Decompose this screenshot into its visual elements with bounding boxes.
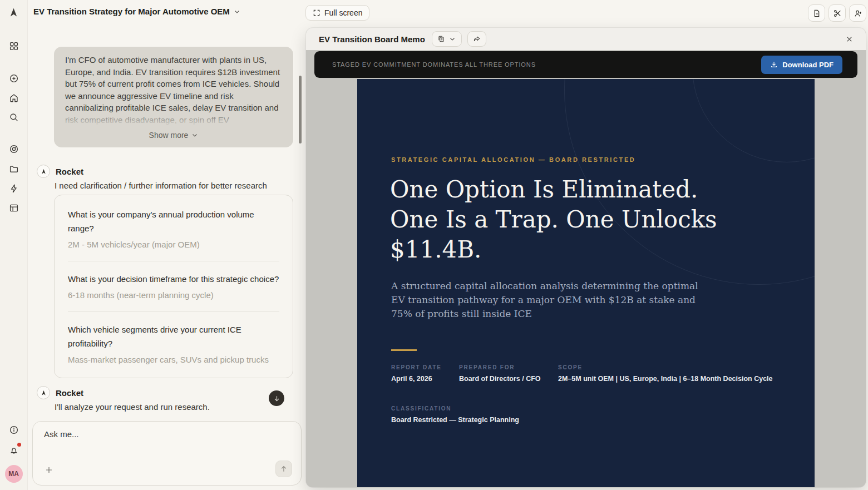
clarify-answer[interactable]: Mass-market passenger cars, SUVs and pic…	[68, 354, 279, 365]
chevron-down-icon	[191, 132, 198, 138]
viewer-title: EV Transition Board Memo	[319, 34, 425, 44]
download-pdf-button[interactable]: Download PDF	[761, 56, 842, 74]
rocket-logo-icon	[8, 7, 19, 18]
gold-divider	[391, 349, 417, 351]
memo-subtitle: A structured capital allocation analysis…	[391, 279, 698, 321]
list-item: Which vehicle segments drive your curren…	[68, 323, 279, 365]
meta-scope: SCOPE 2M–5M unit OEM | US, Europe, India…	[558, 364, 773, 383]
clarify-question: What is your decision timeframe for this…	[68, 272, 279, 286]
clarify-answer[interactable]: 6-18 months (near-term planning cycle)	[68, 289, 279, 301]
assistant-header: Rocket	[37, 165, 83, 178]
document-viewer-panel: EV Transition Board Memo STAGED EV COMMI…	[306, 28, 866, 487]
rocket-avatar-icon	[37, 386, 50, 399]
assistant-header: Rocket	[37, 386, 83, 399]
finding-banner-text: STAGED EV COMMITMENT DOMINATES ALL THREE…	[332, 61, 536, 68]
expand-icon	[313, 9, 320, 17]
meta-label: PREPARED FOR	[459, 364, 541, 370]
document-scroll-area[interactable]: STAGED EV COMMITMENT DOMINATES ALL THREE…	[306, 50, 866, 487]
memo-title: One Option Is Eliminated. One Is a Trap.…	[390, 175, 717, 265]
memo-page: STRATEGIC CAPITAL ALLOCATION — BOARD RES…	[357, 79, 815, 487]
notifications-bell-icon[interactable]	[8, 445, 19, 456]
meta-value: 2M–5M unit OEM | US, Europe, India | 6–1…	[558, 375, 773, 383]
attach-button[interactable]	[43, 464, 55, 476]
finding-banner: STAGED EV COMMITMENT DOMINATES ALL THREE…	[314, 51, 857, 78]
memo-subtitle-line: A structured capital allocation analysis…	[391, 279, 698, 293]
memo-title-line: One Is a Trap. One Unlocks	[390, 205, 717, 235]
share-arrow-icon	[473, 35, 481, 43]
memo-eyebrow: STRATEGIC CAPITAL ALLOCATION — BOARD RES…	[391, 156, 635, 163]
info-icon[interactable]	[8, 424, 19, 435]
viewer-header: EV Transition Board Memo	[306, 28, 866, 50]
show-more-label: Show more	[149, 131, 189, 140]
document-button[interactable]	[808, 4, 825, 22]
user-message-text: I'm CFO of automotive manufacturer with …	[65, 54, 282, 126]
search-icon[interactable]	[8, 112, 19, 123]
clarify-question: What is your company's annual production…	[68, 207, 279, 235]
dashboard-grid-icon[interactable]	[8, 41, 19, 52]
notification-dot	[17, 443, 21, 447]
user-message-bubble: I'm CFO of automotive manufacturer with …	[54, 47, 293, 147]
share-button[interactable]	[467, 31, 486, 47]
app-window: MA EV Transition Strategy for Major Auto…	[0, 0, 868, 490]
goals-target-icon[interactable]	[8, 143, 19, 155]
plus-icon	[45, 466, 53, 474]
assistant-name: Rocket	[56, 167, 83, 176]
meta-classification: CLASSIFICATION Board Restricted — Strate…	[391, 405, 519, 424]
memo-title-line: One Option Is Eliminated.	[390, 175, 717, 205]
automations-bolt-icon[interactable]	[8, 183, 19, 194]
user-avatar[interactable]: MA	[5, 465, 23, 483]
memo-subtitle-line: EV transition pathway for a major OEM wi…	[391, 293, 698, 307]
scissors-icon	[833, 9, 842, 18]
document-icon	[812, 9, 821, 18]
meta-label: SCOPE	[558, 364, 773, 370]
arrow-up-icon	[280, 465, 288, 473]
close-viewer-button[interactable]	[842, 32, 856, 46]
meta-label: CLASSIFICATION	[391, 405, 519, 412]
clarify-answer[interactable]: 2M - 5M vehicles/year (major OEM)	[68, 239, 279, 250]
copy-dropdown-button[interactable]	[432, 31, 462, 47]
invite-user-button[interactable]	[849, 4, 866, 22]
download-pdf-label: Download PDF	[782, 61, 834, 69]
arrow-down-icon	[273, 395, 280, 402]
list-item: What is your company's annual production…	[68, 207, 279, 250]
home-icon[interactable]	[8, 92, 19, 103]
show-more-button[interactable]: Show more	[65, 126, 282, 143]
layout-panel-icon[interactable]	[8, 202, 19, 214]
download-icon	[770, 61, 778, 68]
chat-panel: I'm CFO of automotive manufacturer with …	[28, 0, 305, 490]
memo-title-line: $11.4B.	[390, 235, 717, 265]
sidebar: MA	[0, 0, 28, 490]
send-button[interactable]	[275, 461, 292, 477]
person-plus-icon	[854, 9, 862, 18]
meta-label: REPORT DATE	[391, 364, 442, 370]
clarification-intro: I need clarification / further informati…	[55, 181, 267, 190]
memo-subtitle-line: 75% of profits still inside ICE	[391, 307, 698, 321]
assistant-name: Rocket	[56, 388, 83, 398]
meta-prepared-for: PREPARED FOR Board of Directors / CFO	[459, 364, 541, 383]
chat-input[interactable]	[44, 429, 255, 456]
close-icon	[845, 35, 854, 43]
fullscreen-label: Full screen	[324, 8, 362, 17]
chat-scrollbar[interactable]	[299, 76, 302, 143]
analyze-message: I'll analyze your request and run resear…	[55, 402, 210, 412]
meta-value: Board Restricted — Strategic Planning	[391, 416, 519, 424]
fullscreen-button[interactable]: Full screen	[305, 5, 369, 21]
meta-value: Board of Directors / CFO	[459, 375, 541, 383]
scroll-to-bottom-button[interactable]	[269, 390, 284, 406]
meta-value: April 6, 2026	[391, 375, 442, 383]
folder-icon[interactable]	[8, 164, 19, 175]
divider	[68, 261, 279, 261]
clarify-question: Which vehicle segments drive your curren…	[68, 323, 279, 350]
new-chat-plus-icon[interactable]	[8, 73, 19, 84]
clarification-card: What is your company's annual production…	[54, 195, 293, 378]
chevron-down-icon	[448, 35, 456, 43]
snippet-button[interactable]	[828, 4, 846, 22]
divider	[68, 311, 279, 312]
message-composer[interactable]	[32, 421, 302, 486]
meta-report-date: REPORT DATE April 6, 2026	[391, 364, 442, 383]
rocket-avatar-icon	[37, 165, 50, 178]
copy-icon	[437, 35, 445, 43]
list-item: What is your decision timeframe for this…	[68, 272, 279, 301]
